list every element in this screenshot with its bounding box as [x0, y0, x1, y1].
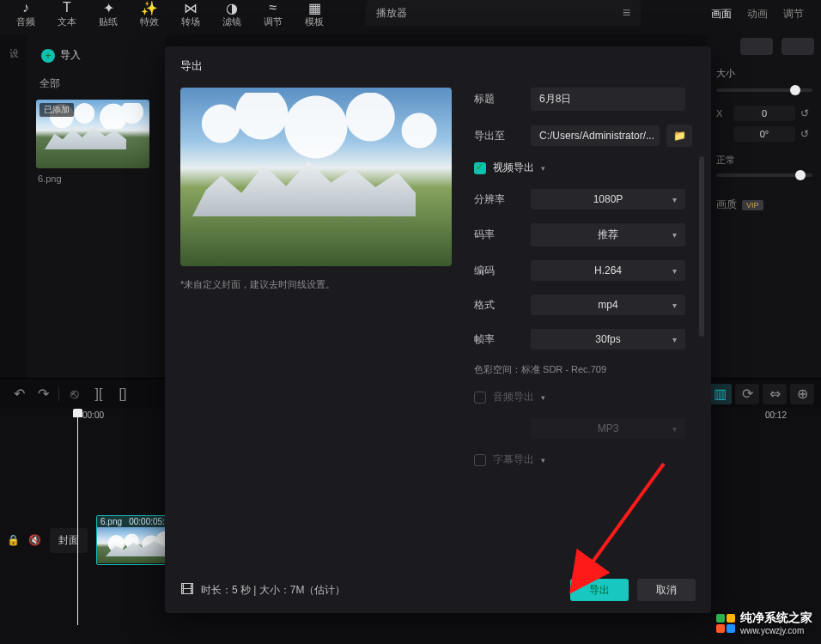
- cancel-button[interactable]: 取消: [637, 579, 696, 601]
- align-button[interactable]: ⇔: [763, 384, 787, 404]
- colorspace-info: 色彩空间：标准 SDR - Rec.709: [474, 363, 692, 376]
- lock-icon[interactable]: 🔒: [7, 534, 20, 546]
- bitrate-select[interactable]: 推荐▾: [531, 223, 685, 246]
- browse-button[interactable]: 📁: [666, 125, 692, 147]
- player-tab[interactable]: 播放器 ≡: [366, 0, 641, 26]
- top-toolbar: ♪音频 T文本 ✦贴纸 ✨特效 ⋈转场 ◑滤镜 ≈调节 ▦模板 播放器 ≡ 画面…: [0, 0, 821, 34]
- form-scrollbar[interactable]: [699, 156, 704, 455]
- media-thumb[interactable]: 已添加 6.png: [36, 100, 149, 184]
- adjust-icon: ≈: [252, 0, 294, 15]
- magnet-button[interactable]: ▥: [708, 384, 732, 404]
- tool-effects[interactable]: ✨特效: [129, 0, 170, 28]
- left-sidebar: 设: [0, 34, 27, 378]
- media-panel: + 导入 全部 已添加 6.png: [27, 34, 165, 378]
- watermark-url: www.ycwzjy.com: [740, 626, 812, 635]
- undo-button[interactable]: ↶: [7, 384, 31, 404]
- tool-audio[interactable]: ♪音频: [5, 0, 46, 28]
- tool-sticker[interactable]: ✦贴纸: [88, 0, 129, 28]
- title-input[interactable]: 6月8日: [531, 88, 685, 111]
- quality-label: 画质: [716, 197, 737, 212]
- tool-effects-label: 特效: [129, 15, 170, 28]
- sidebar-item[interactable]: 设: [0, 39, 27, 67]
- menu-icon[interactable]: ≡: [623, 5, 630, 21]
- size-slider[interactable]: [716, 88, 812, 92]
- reset-rotate-icon[interactable]: ↺: [800, 128, 812, 140]
- music-icon: ♪: [5, 0, 46, 15]
- tool-template[interactable]: ▦模板: [294, 0, 335, 28]
- tool-text-label: 文本: [46, 15, 88, 28]
- cover-tip: *未自定义封面，建议去时间线设置。: [180, 278, 452, 291]
- tab-canvas[interactable]: 画面: [711, 7, 732, 21]
- fps-select[interactable]: 30fps▾: [531, 329, 685, 349]
- video-checkbox[interactable]: [474, 162, 486, 174]
- export-preview: [180, 88, 452, 266]
- export-info: 🎞 时长：5 秒 | 大小：7M（估计）: [180, 582, 345, 598]
- opacity-slider[interactable]: [716, 173, 812, 177]
- tool-transition[interactable]: ⋈转场: [170, 0, 211, 28]
- path-label: 导出至: [474, 129, 531, 143]
- format-label: 格式: [474, 298, 531, 313]
- audio-section-label: 音频导出: [493, 390, 534, 404]
- tab-animation[interactable]: 动画: [747, 7, 768, 21]
- rotate-value[interactable]: 0°: [733, 126, 795, 142]
- path-input[interactable]: C:/Users/Administrator/...: [531, 125, 660, 146]
- plus-icon: +: [41, 49, 55, 63]
- export-button[interactable]: 导出: [570, 579, 629, 601]
- filter-icon: ◑: [211, 0, 252, 15]
- tool-transition-label: 转场: [170, 15, 211, 28]
- link-button[interactable]: ⟳: [735, 384, 759, 404]
- format-select[interactable]: mp4▾: [531, 295, 685, 315]
- slider-knob-2[interactable]: [795, 170, 806, 180]
- size-label: 大小: [716, 67, 812, 80]
- subtitle-export-section[interactable]: 字幕导出 ▾: [474, 453, 692, 467]
- slider-knob[interactable]: [790, 85, 800, 95]
- mute-icon[interactable]: 🔇: [28, 534, 41, 546]
- more-button[interactable]: ⊕: [790, 384, 814, 404]
- import-button[interactable]: + 导入: [36, 46, 156, 64]
- media-category-all[interactable]: 全部: [40, 76, 156, 91]
- tool-text[interactable]: T文本: [46, 0, 88, 28]
- clip-name: 6.png: [100, 517, 122, 526]
- video-export-section[interactable]: 视频导出 ▾: [474, 161, 692, 175]
- property-panel: 大小 X 0 ↺ 0° ↺ 正常 画质 VIP: [708, 34, 821, 378]
- cover-button[interactable]: 封面: [50, 528, 88, 553]
- split-button[interactable]: ⎋: [63, 384, 87, 404]
- watermark: 纯净系统之家 www.ycwzjy.com: [716, 611, 812, 635]
- added-badge: 已添加: [40, 103, 74, 117]
- template-icon: ▦: [294, 0, 335, 15]
- transition-icon: ⋈: [170, 0, 211, 15]
- audio-format-select: MP3▾: [531, 418, 685, 439]
- ruler-end: 00:12: [765, 410, 787, 420]
- encode-select[interactable]: H.264▾: [531, 260, 685, 281]
- subtitle-checkbox[interactable]: [474, 454, 486, 466]
- media-thumb-name: 6.png: [36, 173, 149, 184]
- x-label: X: [716, 108, 728, 118]
- film-icon: 🎞: [180, 582, 194, 598]
- player-tab-label: 播放器: [376, 6, 407, 21]
- resolution-select[interactable]: 1080P▾: [531, 189, 685, 210]
- encode-label: 编码: [474, 264, 531, 278]
- tool-btn-2[interactable]: ][: [87, 384, 111, 404]
- audio-checkbox[interactable]: [474, 392, 486, 404]
- audio-export-section[interactable]: 音频导出 ▾: [474, 390, 692, 404]
- tab-adjust[interactable]: 调节: [783, 7, 804, 21]
- tool-adjust-label: 调节: [252, 15, 294, 28]
- tool-filter[interactable]: ◑滤镜: [211, 0, 252, 28]
- export-info-text: 时长：5 秒 | 大小：7M（估计）: [201, 583, 345, 598]
- x-value[interactable]: 0: [733, 106, 795, 121]
- reset-x-icon[interactable]: ↺: [800, 107, 812, 119]
- property-tabs: 画面 动画 调节: [699, 0, 816, 28]
- redo-button[interactable]: ↷: [31, 384, 55, 404]
- chevron-down-icon: ▾: [541, 456, 545, 465]
- prop-chip-2[interactable]: [781, 38, 814, 55]
- playhead[interactable]: [77, 410, 78, 625]
- fps-label: 帧率: [474, 332, 531, 347]
- chevron-down-icon: ▾: [541, 164, 545, 173]
- folder-icon: 📁: [673, 130, 686, 142]
- tool-adjust[interactable]: ≈调节: [252, 0, 294, 28]
- sticker-icon: ✦: [88, 0, 129, 15]
- tool-btn-3[interactable]: []: [111, 384, 135, 404]
- video-section-label: 视频导出: [493, 161, 534, 175]
- watermark-name: 纯净系统之家: [740, 611, 812, 624]
- prop-chip-1[interactable]: [740, 38, 773, 55]
